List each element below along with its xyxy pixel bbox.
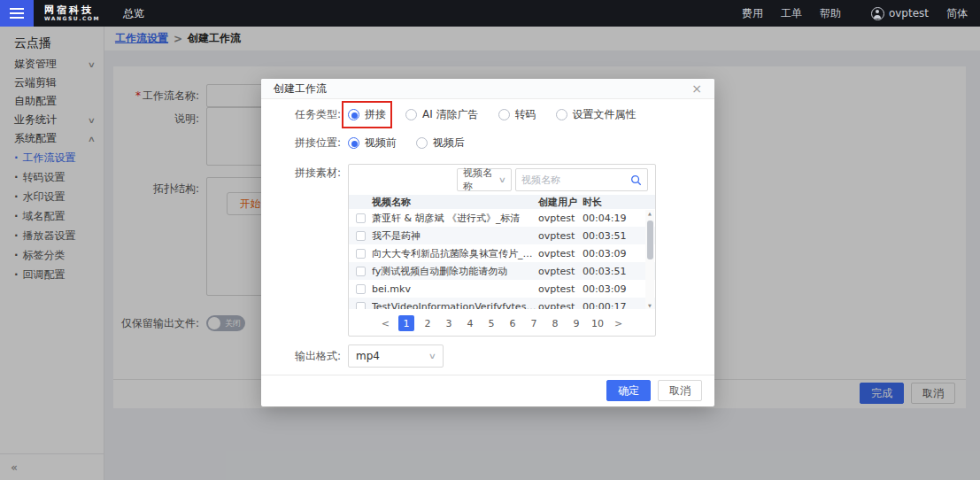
radio-icon — [405, 109, 417, 120]
radio-label: 视频前 — [365, 135, 397, 151]
video-name: 我不是药神 — [372, 229, 538, 243]
output-format-value: mp4 — [356, 350, 380, 362]
radio-icon — [416, 137, 428, 149]
header-video-name: 视频名称 — [372, 196, 538, 209]
modal-header: 创建工作流 × — [261, 79, 714, 99]
radio-label: 设置文件属性 — [573, 107, 637, 122]
row-checkbox[interactable] — [356, 284, 366, 294]
splice-position-radio-group: 视频前 视频后 — [348, 135, 484, 151]
nav-overview[interactable]: 总览 — [123, 6, 144, 21]
header-duration: 时长 — [583, 196, 636, 209]
language-switcher[interactable]: 简体 — [946, 6, 968, 21]
page-button[interactable]: 7 — [526, 315, 542, 331]
task-type-radio[interactable]: 转码 — [498, 107, 536, 122]
scroll-down-icon[interactable]: ▼ — [645, 303, 654, 308]
radio-icon — [348, 137, 359, 149]
row-checkbox[interactable] — [356, 302, 366, 310]
chevron-down-icon: ∨ — [428, 352, 436, 360]
scrollbar-thumb[interactable] — [647, 221, 653, 259]
video-creator: ovptest — [538, 213, 583, 224]
video-creator: ovptest — [538, 266, 583, 277]
video-duration: 00:03:09 — [583, 248, 636, 259]
hamburger-menu-icon[interactable] — [0, 0, 34, 27]
video-duration: 00:03:51 — [583, 266, 636, 277]
output-format-select[interactable]: mp4 ∨ — [348, 345, 444, 368]
header-creator: 创建用户 — [538, 196, 583, 209]
header-link[interactable]: 帮助 — [820, 6, 841, 21]
video-name: 萧亚轩 & 胡彦斌 《进行式》_标清 — [372, 212, 538, 225]
logo-text-en: WANGSU.COM — [44, 16, 100, 22]
video-row[interactable]: TestVideoInformationVerifyfytest浪人琵琶 ovp… — [349, 298, 655, 309]
row-checkbox[interactable] — [356, 213, 366, 223]
page-button[interactable]: 6 — [505, 315, 521, 331]
output-format-label: 输出格式: — [275, 349, 341, 364]
video-row[interactable]: 向大大专利新品抗菌除臭袜宣传片_标清 ovptest 00:03:09 — [349, 244, 655, 262]
create-workflow-modal: 创建工作流 × 任务类型: 拼接 AI 清除广告 — [261, 79, 714, 406]
modal-title: 创建工作流 — [274, 81, 327, 97]
video-creator: ovptest — [538, 248, 583, 259]
modal-cancel-button[interactable]: 取消 — [658, 380, 702, 401]
page-list: 1 2 3 4 5 6 7 8 — [398, 315, 606, 331]
row-checkbox[interactable] — [356, 249, 366, 259]
row-checkbox[interactable] — [356, 231, 366, 241]
username: ovptest — [889, 7, 929, 19]
splice-position-radio[interactable]: 视频后 — [416, 135, 465, 151]
task-type-label: 任务类型: — [275, 107, 341, 122]
user-menu[interactable]: ovptest — [871, 7, 929, 20]
task-type-radio[interactable]: AI 清除广告 — [405, 107, 479, 122]
splice-position-label: 拼接位置: — [275, 135, 341, 151]
table-scrollbar[interactable]: ▲ ▼ — [645, 210, 654, 309]
page-button[interactable]: 10 — [590, 315, 606, 331]
radio-label: 拼接 — [365, 107, 386, 122]
task-type-radio-group: 拼接 AI 清除广告 转码 设置文件属性 — [348, 107, 656, 122]
page-button[interactable]: 4 — [462, 315, 478, 331]
row-checkbox[interactable] — [356, 267, 366, 276]
video-row[interactable]: 我不是药神 ovptest 00:03:51 — [349, 227, 655, 244]
search-filter-select[interactable]: 视频名称 ∨ — [457, 168, 512, 191]
page-button[interactable]: 3 — [441, 315, 457, 331]
wangsu-logo: 网宿科技 WANGSU.COM — [44, 5, 100, 22]
search-filter-value: 视频名称 — [463, 166, 499, 193]
video-duration: 00:03:09 — [583, 283, 636, 295]
video-search-input[interactable] — [521, 174, 630, 186]
next-page-icon[interactable]: > — [611, 318, 626, 329]
prev-page-icon[interactable]: < — [378, 318, 393, 329]
page-button[interactable]: 1 — [398, 315, 414, 331]
video-search-box — [515, 168, 648, 191]
close-icon[interactable]: × — [691, 82, 702, 95]
video-name: fy测试视频自动删除功能请勿动 — [372, 265, 538, 278]
page-button[interactable]: 9 — [568, 315, 584, 331]
video-row[interactable]: bei.mkv ovptest 00:03:09 — [349, 280, 655, 298]
radio-label: 转码 — [515, 107, 536, 122]
confirm-button[interactable]: 确定 — [606, 380, 651, 401]
scroll-up-icon[interactable]: ▲ — [645, 211, 654, 216]
video-row[interactable]: fy测试视频自动删除功能请勿动 ovptest 00:03:51 — [349, 262, 655, 280]
modal-footer-divider — [261, 375, 714, 375]
task-type-radio[interactable]: 设置文件属性 — [556, 107, 637, 122]
video-row[interactable]: 萧亚轩 & 胡彦斌 《进行式》_标清 ovptest 00:04:19 — [349, 209, 655, 227]
video-name: 向大大专利新品抗菌除臭袜宣传片_标清 — [372, 247, 538, 260]
video-duration: 00:03:51 — [583, 230, 636, 242]
task-type-radio[interactable]: 拼接 — [348, 107, 386, 122]
page-button[interactable]: 5 — [483, 315, 499, 331]
splice-position-radio[interactable]: 视频前 — [348, 135, 397, 151]
video-picker-panel: 视频名称 ∨ 视频名称 创建用户 时长 — [348, 164, 656, 337]
top-bar: 网宿科技 WANGSU.COM 总览 费用 工单 帮助 ovptest 简体 — [0, 0, 980, 27]
video-name: bei.mkv — [372, 283, 538, 295]
page-button[interactable]: 2 — [420, 315, 436, 331]
page-button[interactable]: 8 — [547, 315, 563, 331]
header-link[interactable]: 费用 — [742, 6, 763, 21]
video-duration: 00:04:19 — [583, 213, 636, 224]
radio-icon — [556, 109, 567, 120]
search-icon[interactable] — [630, 174, 642, 186]
header-link[interactable]: 工单 — [781, 6, 802, 21]
logo-text-cn: 网宿科技 — [44, 5, 100, 16]
video-creator: ovptest — [538, 301, 583, 310]
video-duration: 00:00:17 — [583, 301, 636, 310]
video-table-body: 萧亚轩 & 胡彦斌 《进行式》_标清 ovptest 00:04:19 我不是药… — [349, 209, 655, 309]
radio-icon — [348, 109, 359, 120]
video-creator: ovptest — [538, 283, 583, 295]
video-creator: ovptest — [538, 230, 583, 242]
video-name: TestVideoInformationVerifyfytest浪人琵琶 — [372, 300, 538, 310]
pagination: < 1 2 3 4 5 6 7 — [349, 309, 655, 337]
